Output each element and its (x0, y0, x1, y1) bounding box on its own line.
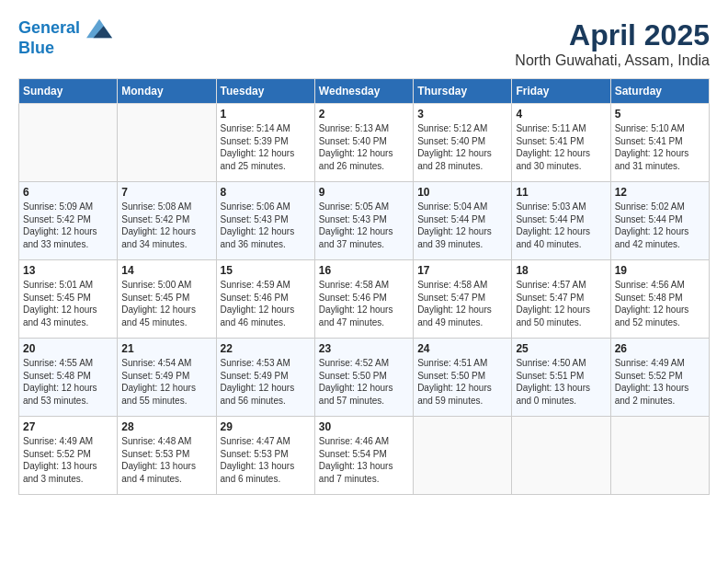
calendar-cell (19, 104, 118, 182)
calendar-cell: 26Sunrise: 4:49 AM Sunset: 5:52 PM Dayli… (610, 339, 709, 417)
day-info: Sunrise: 4:58 AM Sunset: 5:46 PM Dayligh… (319, 279, 409, 328)
day-number: 19 (615, 264, 705, 277)
day-info: Sunrise: 4:46 AM Sunset: 5:54 PM Dayligh… (319, 435, 409, 485)
header-friday: Friday (512, 79, 610, 104)
calendar-cell: 13Sunrise: 5:01 AM Sunset: 5:45 PM Dayli… (19, 260, 118, 339)
calendar-cell: 1Sunrise: 5:14 AM Sunset: 5:39 PM Daylig… (216, 104, 314, 182)
calendar-cell: 9Sunrise: 5:05 AM Sunset: 5:43 PM Daylig… (314, 182, 413, 260)
logo-subtext: Blue (18, 39, 112, 59)
day-number: 5 (615, 108, 705, 121)
calendar-cell: 3Sunrise: 5:12 AM Sunset: 5:40 PM Daylig… (414, 104, 512, 182)
calendar-cell: 15Sunrise: 4:59 AM Sunset: 5:46 PM Dayli… (216, 260, 314, 339)
day-number: 29 (221, 420, 311, 433)
day-number: 8 (221, 186, 311, 199)
calendar-cell: 19Sunrise: 4:56 AM Sunset: 5:48 PM Dayli… (610, 260, 709, 339)
calendar-week-row: 6Sunrise: 5:09 AM Sunset: 5:42 PM Daylig… (19, 182, 710, 260)
day-number: 16 (319, 264, 409, 277)
day-info: Sunrise: 4:49 AM Sunset: 5:52 PM Dayligh… (615, 357, 705, 407)
header-tuesday: Tuesday (216, 79, 314, 104)
day-info: Sunrise: 5:03 AM Sunset: 5:44 PM Dayligh… (516, 201, 606, 250)
day-number: 22 (221, 342, 311, 355)
day-info: Sunrise: 4:53 AM Sunset: 5:49 PM Dayligh… (221, 357, 311, 407)
day-info: Sunrise: 5:10 AM Sunset: 5:41 PM Dayligh… (615, 122, 705, 172)
day-number: 20 (23, 342, 113, 355)
day-number: 17 (417, 264, 507, 277)
calendar-cell: 28Sunrise: 4:48 AM Sunset: 5:53 PM Dayli… (118, 417, 216, 495)
day-info: Sunrise: 5:05 AM Sunset: 5:43 PM Dayligh… (319, 201, 409, 250)
calendar-cell (512, 417, 610, 495)
calendar-table: Sunday Monday Tuesday Wednesday Thursday… (18, 78, 710, 495)
day-number: 30 (319, 420, 409, 433)
day-info: Sunrise: 5:04 AM Sunset: 5:44 PM Dayligh… (417, 201, 507, 250)
header-saturday: Saturday (610, 79, 709, 104)
day-info: Sunrise: 4:55 AM Sunset: 5:48 PM Dayligh… (23, 357, 113, 407)
calendar-week-row: 1Sunrise: 5:14 AM Sunset: 5:39 PM Daylig… (19, 104, 710, 182)
day-number: 1 (221, 108, 311, 121)
header-sunday: Sunday (19, 79, 118, 104)
day-number: 3 (417, 108, 507, 121)
day-info: Sunrise: 5:06 AM Sunset: 5:43 PM Dayligh… (221, 201, 311, 250)
header-thursday: Thursday (414, 79, 512, 104)
header-wednesday: Wednesday (314, 79, 413, 104)
day-info: Sunrise: 5:11 AM Sunset: 5:41 PM Dayligh… (516, 122, 606, 172)
calendar-cell: 11Sunrise: 5:03 AM Sunset: 5:44 PM Dayli… (512, 182, 610, 260)
calendar-cell: 18Sunrise: 4:57 AM Sunset: 5:47 PM Dayli… (512, 260, 610, 339)
day-number: 24 (417, 342, 507, 355)
calendar-cell: 24Sunrise: 4:51 AM Sunset: 5:50 PM Dayli… (414, 339, 512, 417)
day-info: Sunrise: 4:56 AM Sunset: 5:48 PM Dayligh… (615, 279, 705, 328)
calendar-cell: 4Sunrise: 5:11 AM Sunset: 5:41 PM Daylig… (512, 104, 610, 182)
day-info: Sunrise: 4:49 AM Sunset: 5:52 PM Dayligh… (23, 435, 113, 485)
day-number: 12 (615, 186, 705, 199)
day-info: Sunrise: 4:58 AM Sunset: 5:47 PM Dayligh… (417, 279, 507, 328)
calendar-title: April 2025 (515, 18, 710, 52)
calendar-header-row: Sunday Monday Tuesday Wednesday Thursday… (19, 79, 710, 104)
day-number: 26 (615, 342, 705, 355)
calendar-subtitle: North Guwahati, Assam, India (515, 52, 710, 69)
day-info: Sunrise: 5:02 AM Sunset: 5:44 PM Dayligh… (615, 201, 705, 250)
page-header: General Blue April 2025 North Guwahati, … (18, 18, 710, 69)
day-number: 9 (319, 186, 409, 199)
calendar-week-row: 20Sunrise: 4:55 AM Sunset: 5:48 PM Dayli… (19, 339, 710, 417)
calendar-cell: 8Sunrise: 5:06 AM Sunset: 5:43 PM Daylig… (216, 182, 314, 260)
day-number: 4 (516, 108, 606, 121)
day-info: Sunrise: 5:12 AM Sunset: 5:40 PM Dayligh… (417, 122, 507, 172)
day-number: 14 (121, 264, 211, 277)
calendar-cell: 10Sunrise: 5:04 AM Sunset: 5:44 PM Dayli… (414, 182, 512, 260)
calendar-cell: 22Sunrise: 4:53 AM Sunset: 5:49 PM Dayli… (216, 339, 314, 417)
calendar-cell: 2Sunrise: 5:13 AM Sunset: 5:40 PM Daylig… (314, 104, 413, 182)
day-number: 7 (121, 186, 211, 199)
day-info: Sunrise: 4:57 AM Sunset: 5:47 PM Dayligh… (516, 279, 606, 328)
calendar-week-row: 13Sunrise: 5:01 AM Sunset: 5:45 PM Dayli… (19, 260, 710, 339)
calendar-cell: 17Sunrise: 4:58 AM Sunset: 5:47 PM Dayli… (414, 260, 512, 339)
day-number: 6 (23, 186, 113, 199)
day-info: Sunrise: 5:13 AM Sunset: 5:40 PM Dayligh… (319, 122, 409, 172)
logo: General Blue (18, 18, 112, 59)
calendar-cell: 7Sunrise: 5:08 AM Sunset: 5:42 PM Daylig… (118, 182, 216, 260)
calendar-cell: 5Sunrise: 5:10 AM Sunset: 5:41 PM Daylig… (610, 104, 709, 182)
day-info: Sunrise: 4:54 AM Sunset: 5:49 PM Dayligh… (121, 357, 211, 407)
calendar-cell: 21Sunrise: 4:54 AM Sunset: 5:49 PM Dayli… (118, 339, 216, 417)
day-number: 10 (417, 186, 507, 199)
day-info: Sunrise: 5:09 AM Sunset: 5:42 PM Dayligh… (23, 201, 113, 250)
calendar-cell: 6Sunrise: 5:09 AM Sunset: 5:42 PM Daylig… (19, 182, 118, 260)
day-number: 13 (23, 264, 113, 277)
calendar-cell (118, 104, 216, 182)
calendar-cell: 14Sunrise: 5:00 AM Sunset: 5:45 PM Dayli… (118, 260, 216, 339)
day-info: Sunrise: 4:59 AM Sunset: 5:46 PM Dayligh… (221, 279, 311, 328)
day-info: Sunrise: 4:51 AM Sunset: 5:50 PM Dayligh… (417, 357, 507, 407)
calendar-week-row: 27Sunrise: 4:49 AM Sunset: 5:52 PM Dayli… (19, 417, 710, 495)
logo-text: General (18, 18, 112, 39)
calendar-cell: 27Sunrise: 4:49 AM Sunset: 5:52 PM Dayli… (19, 417, 118, 495)
day-info: Sunrise: 5:08 AM Sunset: 5:42 PM Dayligh… (121, 201, 211, 250)
calendar-cell: 12Sunrise: 5:02 AM Sunset: 5:44 PM Dayli… (610, 182, 709, 260)
calendar-cell: 20Sunrise: 4:55 AM Sunset: 5:48 PM Dayli… (19, 339, 118, 417)
day-info: Sunrise: 4:52 AM Sunset: 5:50 PM Dayligh… (319, 357, 409, 407)
title-section: April 2025 North Guwahati, Assam, India (515, 18, 710, 69)
day-info: Sunrise: 4:48 AM Sunset: 5:53 PM Dayligh… (121, 435, 211, 485)
day-number: 28 (121, 420, 211, 433)
day-info: Sunrise: 5:00 AM Sunset: 5:45 PM Dayligh… (121, 279, 211, 328)
day-number: 2 (319, 108, 409, 121)
day-number: 11 (516, 186, 606, 199)
calendar-cell: 29Sunrise: 4:47 AM Sunset: 5:53 PM Dayli… (216, 417, 314, 495)
day-info: Sunrise: 5:01 AM Sunset: 5:45 PM Dayligh… (23, 279, 113, 328)
